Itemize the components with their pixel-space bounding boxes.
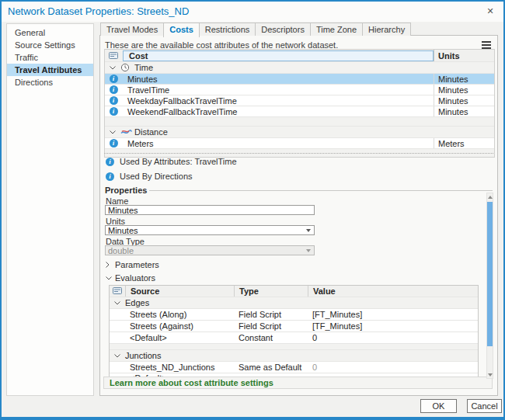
evaluator-row-streets-against[interactable]: Streets (Against) Field Script [TF_Minut… bbox=[110, 321, 478, 332]
chevron-down-icon bbox=[306, 229, 311, 232]
evaluator-value[interactable]: 0 bbox=[308, 333, 478, 342]
evaluator-row-streets-nd-junctions[interactable]: Streets_ND_Junctions Same as Default 0 bbox=[110, 362, 478, 373]
chevron-down-icon[interactable] bbox=[110, 301, 125, 305]
units-select[interactable]: Minutes bbox=[105, 225, 315, 235]
evaluator-source: <Default> bbox=[125, 332, 234, 343]
sidebar-item-travel-attributes[interactable]: Travel Attributes bbox=[7, 64, 93, 76]
column-header-source[interactable]: Source bbox=[126, 286, 235, 297]
sidebar-item-directions[interactable]: Directions bbox=[7, 76, 93, 89]
tab-costs[interactable]: Costs bbox=[163, 23, 200, 37]
cost-row-weekendfallbacktraveltime[interactable]: i WeekendFallbackTravelTime Minutes bbox=[105, 106, 494, 117]
evaluator-type[interactable]: Same as Default bbox=[234, 362, 308, 373]
tab-hierarchy[interactable]: Hierarchy bbox=[362, 23, 411, 36]
info-icon: i bbox=[106, 158, 114, 166]
sidebar-item-source-settings[interactable]: Source Settings bbox=[7, 39, 93, 51]
evaluator-group-edges[interactable]: Edges bbox=[110, 297, 478, 309]
used-by-directions: i Used By Directions bbox=[106, 172, 193, 181]
evaluator-value[interactable]: [TF_Minutes] bbox=[308, 321, 478, 331]
chevron-down-icon bbox=[106, 276, 115, 280]
column-header-units[interactable]: Units bbox=[434, 50, 494, 61]
evaluators-label: Evaluators bbox=[115, 273, 155, 283]
cost-row-traveltime[interactable]: i TravelTime Minutes bbox=[105, 85, 494, 95]
cost-row-weekdayfallbacktraveltime[interactable]: i WeekdayFallbackTravelTime Minutes bbox=[105, 95, 494, 106]
column-header-value[interactable]: Value bbox=[308, 286, 478, 296]
cost-attributes-table: Cost Units Time i Minutes Minutes i Trav… bbox=[104, 49, 495, 158]
cost-units: Minutes bbox=[434, 74, 494, 84]
scroll-down-icon[interactable] bbox=[487, 371, 493, 378]
learn-more-link[interactable]: Learn more about cost attribute settings bbox=[104, 378, 273, 387]
chevron-down-icon[interactable] bbox=[105, 130, 120, 134]
evaluator-value[interactable]: [FT_Minutes] bbox=[308, 310, 478, 319]
sidebar-item-general[interactable]: General bbox=[7, 26, 93, 39]
close-icon[interactable]: ✕ bbox=[484, 5, 496, 17]
tab-travel-modes[interactable]: Travel Modes bbox=[100, 23, 164, 36]
ok-button[interactable]: OK bbox=[420, 399, 457, 413]
costs-tab-panel: These are the available cost attributes … bbox=[99, 35, 498, 396]
distance-icon bbox=[120, 128, 134, 136]
info-icon: i bbox=[106, 172, 114, 181]
evaluators-table-header: Source Type Value bbox=[110, 286, 478, 297]
tab-restrictions[interactable]: Restrictions bbox=[199, 23, 256, 36]
chevron-down-icon[interactable] bbox=[105, 66, 120, 70]
cancel-button[interactable]: Cancel bbox=[467, 399, 502, 413]
tab-time-zone[interactable]: Time Zone bbox=[310, 23, 363, 36]
evaluator-source: Streets (Along) bbox=[125, 309, 234, 320]
evaluator-type[interactable]: Field Script bbox=[234, 309, 308, 320]
group-label: Edges bbox=[125, 298, 149, 307]
chevron-right-icon bbox=[106, 262, 115, 268]
cost-name: WeekdayFallbackTravelTime bbox=[122, 96, 434, 106]
properties-legend: Properties bbox=[105, 186, 149, 195]
data-type-selected-value: double bbox=[108, 246, 134, 255]
column-header-type[interactable]: Type bbox=[235, 286, 308, 297]
evaluator-status-column-icon bbox=[110, 286, 126, 297]
dialog-title: Network Dataset Properties: Streets_ND bbox=[8, 5, 189, 17]
name-input[interactable] bbox=[105, 205, 315, 215]
group-label: Junctions bbox=[125, 351, 161, 360]
cost-name: TravelTime bbox=[122, 85, 434, 95]
clock-icon bbox=[120, 63, 134, 72]
group-label: Distance bbox=[134, 127, 168, 137]
title-bar: Network Dataset Properties: Streets_ND ✕ bbox=[2, 2, 503, 22]
used-by-directions-text: Used By Directions bbox=[120, 172, 193, 181]
cost-group-time[interactable]: Time bbox=[105, 62, 494, 74]
tab-bar: Travel Modes Costs Restrictions Descript… bbox=[100, 23, 410, 36]
cost-group-distance[interactable]: Distance bbox=[105, 127, 494, 138]
evaluator-row-edges-default[interactable]: <Default> Constant 0 bbox=[110, 332, 478, 344]
column-header-cost[interactable]: Cost bbox=[123, 50, 434, 61]
info-icon: i bbox=[110, 139, 118, 148]
evaluator-source: Streets (Against) bbox=[125, 321, 234, 331]
parameters-expander[interactable]: Parameters bbox=[106, 260, 159, 269]
chevron-down-icon[interactable] bbox=[110, 354, 125, 358]
cost-name: Meters bbox=[122, 139, 434, 148]
sidebar-item-traffic[interactable]: Traffic bbox=[7, 51, 93, 64]
scroll-up-icon[interactable] bbox=[487, 193, 493, 200]
parameters-label: Parameters bbox=[115, 260, 159, 269]
cost-name: Minutes bbox=[122, 75, 434, 84]
info-icon: i bbox=[110, 96, 118, 105]
cost-row-minutes[interactable]: i Minutes Minutes bbox=[105, 74, 494, 85]
used-by-attributes-text: Used By Attributes: TravelTime bbox=[120, 157, 237, 166]
info-icon: i bbox=[110, 85, 118, 94]
evaluators-table: Source Type Value Edges Streets (Along) … bbox=[109, 285, 479, 378]
scrollbar-thumb[interactable] bbox=[487, 202, 493, 346]
tab-descriptors[interactable]: Descriptors bbox=[255, 23, 311, 36]
chevron-down-icon bbox=[306, 249, 311, 252]
cost-table-header: Cost Units bbox=[105, 50, 494, 62]
info-icon: i bbox=[110, 75, 118, 83]
table-spacer bbox=[105, 117, 494, 127]
units-selected-value: Minutes bbox=[108, 226, 138, 235]
cost-name: WeekendFallbackTravelTime bbox=[122, 107, 434, 116]
evaluator-type[interactable]: Constant bbox=[234, 332, 308, 343]
evaluator-row-streets-along[interactable]: Streets (Along) Field Script [FT_Minutes… bbox=[110, 309, 478, 321]
evaluators-expander[interactable]: Evaluators bbox=[106, 273, 155, 283]
table-spacer bbox=[110, 344, 478, 350]
cost-row-meters[interactable]: i Meters Meters bbox=[105, 138, 494, 149]
menu-icon[interactable] bbox=[482, 41, 491, 49]
evaluator-type[interactable]: Field Script bbox=[234, 321, 308, 331]
properties-scrollbar[interactable] bbox=[486, 193, 493, 379]
sidebar: General Source Settings Traffic Travel A… bbox=[6, 23, 94, 396]
data-type-select: double bbox=[105, 245, 315, 255]
group-label: Time bbox=[134, 63, 153, 72]
evaluator-value[interactable]: 0 bbox=[308, 363, 478, 372]
evaluator-group-junctions[interactable]: Junctions bbox=[110, 350, 478, 362]
